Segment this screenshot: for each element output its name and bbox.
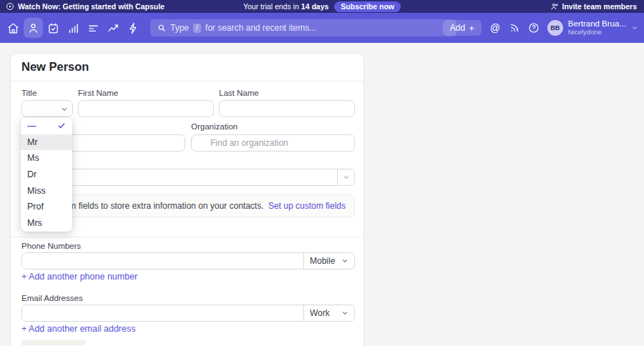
title-label: Title — [21, 89, 36, 97]
last-name-label: Last Name — [219, 89, 259, 97]
search-placeholder-type: Type — [170, 23, 189, 33]
plus-icon: + — [469, 23, 474, 34]
invite-team-label: Invite team members — [562, 2, 637, 11]
slash-key-hint: / — [193, 24, 201, 33]
email-type-select[interactable]: Work — [303, 305, 354, 321]
add-phone-link[interactable]: + Add another phone number — [21, 272, 137, 282]
user-names: Bertrand Brua... Nicelydone — [568, 19, 626, 36]
nav-calendar-button[interactable] — [44, 18, 63, 38]
caret-down-icon — [341, 310, 348, 317]
nav-reports-button[interactable] — [104, 18, 123, 38]
cutoff-section-remnant — [21, 340, 86, 345]
question-circle-icon — [528, 22, 540, 34]
trial-status: Your trial ends in14 days Subscribe now — [0, 0, 644, 13]
email-type-value: Work — [310, 308, 330, 318]
page-title: New Person — [21, 60, 89, 74]
check-icon — [57, 122, 66, 130]
email-address-field: Work — [21, 305, 355, 322]
rss-signal-icon — [509, 22, 520, 34]
nav-cases-button[interactable] — [84, 18, 103, 38]
first-name-label: First Name — [78, 89, 118, 97]
nav-people-button[interactable] — [24, 18, 43, 38]
global-search-input[interactable]: Type / for search and recent items... — [150, 19, 457, 36]
divider — [11, 237, 364, 237]
email-address-input[interactable] — [22, 305, 303, 321]
email-addresses-label: Email Addresses — [21, 294, 83, 302]
last-name-input[interactable] — [219, 100, 355, 117]
nav-icon-group — [4, 18, 143, 38]
home-icon — [7, 22, 19, 34]
title-dropdown-menu: — Mr Ms Dr Miss Prof Mrs — [21, 117, 72, 232]
user-menu[interactable]: BB Bertrand Brua... Nicelydone — [547, 19, 638, 36]
title-option-miss[interactable]: Miss — [21, 182, 72, 199]
title-option-none[interactable]: — — [21, 118, 72, 134]
phone-type-value: Mobile — [310, 256, 335, 266]
add-email-link[interactable]: + Add another email address — [21, 324, 135, 334]
organization-input[interactable] — [191, 134, 355, 152]
invite-team-button[interactable]: Invite team members — [550, 0, 637, 13]
search-icon — [157, 24, 166, 32]
nav-home-button[interactable] — [4, 18, 23, 38]
phone-number-field: Mobile — [21, 252, 355, 270]
title-option-ms[interactable]: Ms — [21, 150, 72, 167]
first-name-input[interactable] — [78, 100, 214, 117]
mentions-button[interactable]: @ — [489, 22, 501, 34]
search-placeholder-rest: for search and recent items... — [205, 23, 316, 33]
add-button-label: Add — [450, 23, 465, 33]
main-navbar: Type / for search and recent items... Ad… — [0, 13, 644, 43]
title-option-mrs[interactable]: Mrs — [21, 215, 72, 232]
tags-dropdown-toggle[interactable] — [337, 169, 354, 185]
setup-custom-fields-link[interactable]: Set up custom fields — [268, 201, 346, 211]
divider — [11, 81, 364, 81]
calendar-check-icon — [47, 22, 59, 34]
trend-line-icon — [107, 22, 119, 34]
chevron-down-icon — [343, 174, 350, 181]
chevron-down-icon — [631, 21, 638, 34]
bar-chart-icon — [67, 22, 79, 34]
person-plus-icon — [550, 2, 559, 11]
title-option-dr[interactable]: Dr — [21, 167, 72, 183]
person-icon — [27, 22, 39, 34]
nav-automation-button[interactable] — [124, 18, 143, 38]
help-button[interactable] — [528, 22, 540, 34]
title-option-mr[interactable]: Mr — [21, 134, 72, 151]
title-option-prof[interactable]: Prof — [21, 199, 72, 215]
app-window: Watch Now: Getting started with Capsule … — [0, 0, 644, 346]
nav-pipeline-button[interactable] — [64, 18, 83, 38]
user-org: Nicelydone — [568, 29, 626, 36]
caret-down-icon — [341, 257, 348, 265]
list-lines-icon — [87, 22, 99, 34]
subscribe-now-button[interactable]: Subscribe now — [334, 1, 401, 12]
lightning-icon — [127, 22, 140, 34]
phone-numbers-label: Phone Numbers — [21, 242, 81, 250]
organization-label: Organization — [191, 122, 238, 131]
broadcast-button[interactable] — [509, 22, 520, 34]
phone-type-select[interactable]: Mobile — [303, 253, 354, 269]
trial-text: Your trial ends in14 days — [243, 2, 328, 11]
caret-down-icon — [61, 106, 68, 113]
phone-number-input[interactable] — [22, 253, 303, 269]
nav-right-controls: Add + @ BB Bertrand Brua... Nicelydone — [443, 13, 638, 43]
trial-days: 14 days — [301, 2, 329, 11]
title-select[interactable] — [21, 100, 73, 117]
trial-banner: Watch Now: Getting started with Capsule … — [0, 0, 644, 13]
add-button[interactable]: Add + — [443, 20, 482, 36]
at-icon: @ — [490, 22, 500, 34]
avatar: BB — [547, 20, 563, 36]
